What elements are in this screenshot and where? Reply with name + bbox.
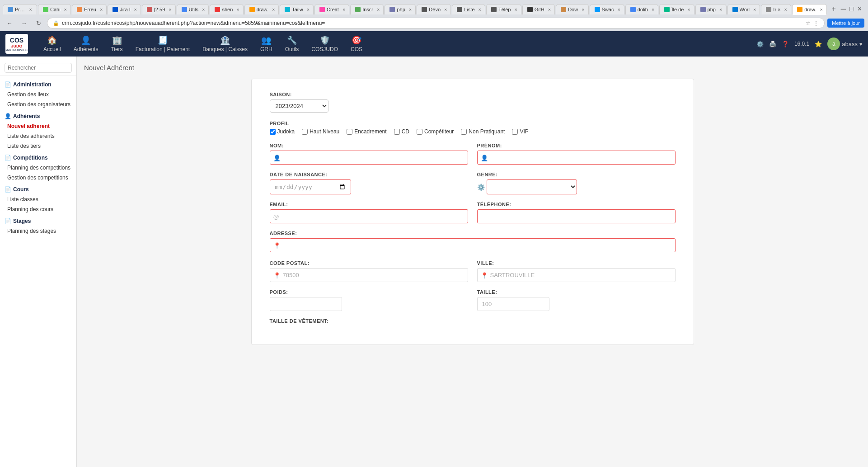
email-input[interactable] xyxy=(270,209,468,223)
nav-facturation[interactable]: 🧾 Facturation | Paiement xyxy=(129,31,197,57)
cp-label: CODE POSTAL: xyxy=(270,260,468,266)
tab-draw1[interactable]: draw.× xyxy=(244,4,279,14)
taille-col: TAILLE: xyxy=(477,289,676,311)
tab-proje[interactable]: Proje× xyxy=(3,4,37,14)
nav-cos[interactable]: 🎯 COS xyxy=(344,31,369,57)
nav-tiers[interactable]: 🏢 Tiers xyxy=(104,31,129,57)
close-btn[interactable]: × xyxy=(858,5,862,13)
saison-select[interactable]: 2023/2024 2022/2023 2024/2025 xyxy=(270,99,328,113)
sidebar-item-gestion-lieux[interactable]: Gestion des lieux xyxy=(0,90,76,99)
genre-select[interactable]: Homme Femme xyxy=(487,179,577,194)
tab-ir[interactable]: Ir ×× xyxy=(761,4,791,14)
adherents-icon: 👤 xyxy=(81,35,91,45)
profil-vip-checkbox[interactable] xyxy=(512,129,518,135)
taille-input[interactable] xyxy=(477,297,549,311)
nav-banques[interactable]: 🏦 Banques | Caisses xyxy=(196,31,254,57)
email-tel-row: EMAIL: @ TÉLÉPHONE: xyxy=(270,202,676,223)
tab-php2[interactable]: php× xyxy=(695,4,727,14)
tab-github[interactable]: GitH× xyxy=(522,4,555,14)
update-btn[interactable]: Mettre à jour xyxy=(827,19,864,28)
nom-input[interactable] xyxy=(270,151,468,165)
telephone-input[interactable] xyxy=(477,209,676,223)
profil-cd: CD xyxy=(394,128,409,135)
profil-competiteur-label: Compétiteur xyxy=(424,128,454,135)
sidebar: 📄 Administration Gestion des lieux Gesti… xyxy=(0,57,77,467)
sidebar-section-adherents: 👤 Adhérents xyxy=(0,109,76,121)
nom-label: NOM: xyxy=(270,143,468,148)
tab-dow[interactable]: Dow× xyxy=(556,4,588,14)
help-icon[interactable]: ❓ xyxy=(782,41,789,47)
tab-tailw[interactable]: Tailw× xyxy=(280,4,314,14)
form-card: SAISON: 2023/2024 2022/2023 2024/2025 PR… xyxy=(251,79,694,345)
nav-outils[interactable]: 🔧 Outils xyxy=(279,31,305,57)
profil-judoka-checkbox[interactable] xyxy=(270,129,276,135)
profil-encadrement-checkbox[interactable] xyxy=(347,129,352,135)
sidebar-item-liste-classes[interactable]: Liste classes xyxy=(0,194,76,204)
tab-draw2[interactable]: draw.× xyxy=(792,4,827,15)
sidebar-item-gestion-competitions[interactable]: Gestion des competitions xyxy=(0,173,76,183)
close-tab-btn[interactable]: × xyxy=(820,7,823,12)
print-icon[interactable]: 🖨️ xyxy=(769,41,776,47)
tab-shen[interactable]: shen× xyxy=(210,4,243,14)
profil-non-pratiquant-checkbox[interactable] xyxy=(461,129,467,135)
profil-haut-niveau-checkbox[interactable] xyxy=(302,129,308,135)
sidebar-item-planning-competitions[interactable]: Planning des competitions xyxy=(0,163,76,173)
email-input-wrapper: @ xyxy=(270,209,468,223)
sidebar-item-liste-adherents[interactable]: Liste des adhérents xyxy=(0,131,76,141)
address-bar[interactable]: 🔒 crm.cosjudo.fr/custom/cos/php/nouveaua… xyxy=(47,18,825,28)
sidebar-item-planning-stages[interactable]: Planning des stages xyxy=(0,226,76,236)
prenom-input[interactable] xyxy=(477,151,676,165)
tab-ile[interactable]: Île de× xyxy=(659,4,694,14)
sidebar-item-nouvel-adherent[interactable]: Nouvel adherent xyxy=(0,121,76,131)
tab-erreu[interactable]: Erreu× xyxy=(72,4,107,14)
search-input[interactable] xyxy=(5,63,72,73)
sidebar-search-wrapper xyxy=(0,60,76,76)
prenom-col: PRÉNOM: 👤 xyxy=(477,143,676,165)
sidebar-item-gestion-organisateurs[interactable]: Gestion des organisateurs xyxy=(0,99,76,109)
nav-cosjudo[interactable]: 🛡️ COSJUDO xyxy=(305,31,344,57)
bookmark-icon[interactable]: ☆ xyxy=(806,20,811,26)
tab-php1[interactable]: php× xyxy=(385,4,416,14)
tab-259[interactable]: [2:59× xyxy=(142,4,176,14)
cp-ville-row: CODE POSTAL: 📍 VILLE: 📍 xyxy=(270,260,676,282)
more-icon[interactable]: ⋮ xyxy=(813,20,819,26)
tab-liste[interactable]: Liste× xyxy=(452,4,485,14)
nav-grh[interactable]: 👥 GRH xyxy=(254,31,279,57)
maximize-btn[interactable]: □ xyxy=(849,5,854,13)
saison-label: SAISON: xyxy=(270,92,676,97)
poids-input[interactable] xyxy=(270,297,342,311)
settings-icon[interactable]: ⚙️ xyxy=(756,41,764,47)
ville-input[interactable] xyxy=(477,268,676,282)
nav-accueil[interactable]: 🏠 Accueil xyxy=(37,31,67,57)
sidebar-item-planning-cours[interactable]: Planning des cours xyxy=(0,204,76,214)
user-menu[interactable]: a abass ▾ xyxy=(827,38,863,50)
email-label: EMAIL: xyxy=(270,202,468,207)
tab-telep[interactable]: Télép× xyxy=(486,4,521,14)
tab-utils[interactable]: Utils× xyxy=(177,4,209,14)
tab-cahi[interactable]: Cahi× xyxy=(38,4,71,14)
new-tab-button[interactable]: + xyxy=(828,3,840,15)
profil-competiteur-checkbox[interactable] xyxy=(417,129,422,135)
star-icon[interactable]: ⭐ xyxy=(815,41,822,47)
adresse-input[interactable] xyxy=(270,238,676,252)
tab-dolib[interactable]: dolib× xyxy=(625,4,659,14)
reload-btn[interactable]: ↻ xyxy=(33,17,44,29)
tab-worl[interactable]: Worl× xyxy=(727,4,760,14)
cp-input[interactable] xyxy=(270,268,468,282)
adresse-section: ADRESSE: 📍 xyxy=(270,231,676,252)
forward-btn[interactable]: → xyxy=(18,17,30,29)
sidebar-item-liste-tiers[interactable]: Liste des tiers xyxy=(0,141,76,151)
tab-devo[interactable]: Dévo× xyxy=(417,4,451,14)
tab-creat[interactable]: Creat× xyxy=(314,4,349,14)
nav-adherents[interactable]: 👤 Adhérents xyxy=(67,31,105,57)
minimize-btn[interactable]: ─ xyxy=(841,5,846,13)
address-bar-row: ← → ↻ 🔒 crm.cosjudo.fr/custom/cos/php/no… xyxy=(0,15,868,31)
ddn-input[interactable] xyxy=(270,179,351,194)
back-btn[interactable]: ← xyxy=(4,17,15,29)
profil-cd-checkbox[interactable] xyxy=(394,129,400,135)
tab-jira[interactable]: Jira l× xyxy=(108,4,141,14)
tab-swac[interactable]: Swac× xyxy=(590,4,624,14)
browser-chrome: Proje× Cahi× Erreu× Jira l× [2:59× Utils… xyxy=(0,0,868,31)
tab-inscr[interactable]: Inscr× xyxy=(350,4,384,14)
profil-haut-niveau-label: Haut Niveau xyxy=(310,128,339,135)
